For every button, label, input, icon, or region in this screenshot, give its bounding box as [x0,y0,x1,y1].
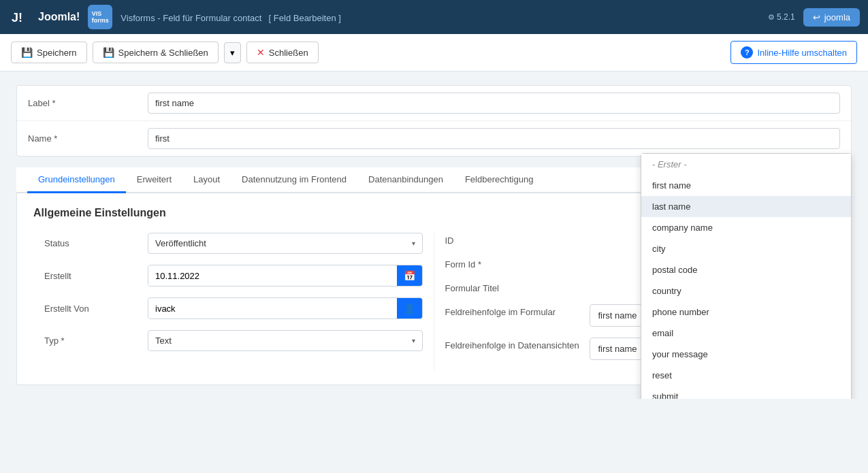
feldreihenfolge-daten-label: Feldreihenfolge in Datenansichten [445,338,581,350]
name-row: Name * [17,121,851,156]
navbar: J! Joomla! VISforms Visforms - Feld für … [0,0,868,34]
formular-titel-label: Formular Titel [445,280,581,293]
joomla-logo-area: J! Joomla! [8,4,80,30]
save-dropdown-arrow[interactable]: ▾ [224,42,241,63]
label-input[interactable] [148,93,840,114]
dropdown-item-phone-number[interactable]: phone number [641,301,851,323]
save-icon: 💾 [21,47,33,58]
tab-datenanbindungen[interactable]: Datenanbindungen [357,167,454,193]
svg-text:J!: J! [12,11,22,25]
dropdown-item-your-message[interactable]: your message [641,344,851,365]
tab-erweitert[interactable]: Erweitert [126,167,182,193]
dropdown-item-submit[interactable]: submit [641,386,851,399]
typ-field: Typ * Text ▾ [44,330,423,351]
erstellt-input-group: 📅 [148,265,423,287]
help-icon: ? [741,46,753,59]
settings-left-col: Status Veröffentlicht ▾ Erstellt [33,233,434,371]
calendar-icon[interactable]: 📅 [397,265,422,286]
tab-datennutzung[interactable]: Datennutzung im Frontend [231,167,357,193]
close-button[interactable]: ✕ Schließen [246,42,319,63]
dropdown-popup: - Erster - first name last name company … [641,153,852,399]
close-icon: ✕ [257,47,265,58]
dropdown-item-reset[interactable]: reset [641,365,851,386]
erstellt-value: 📅 [148,265,423,287]
version-label: ⚙ 5.2.1 [768,12,795,22]
id-label: ID [445,233,581,246]
toolbar: 💾 Speichern 💾 Speichern & Schließen ▾ ✕ … [0,34,868,71]
page-title: Visforms - Feld für Formular contact [ F… [120,12,759,23]
help-button[interactable]: ? Inline-Hilfe umschalten [730,41,857,64]
typ-select-text: Text [155,336,409,346]
user-icon: ↩ [813,12,820,22]
dropdown-item-postal-code[interactable]: postal code [641,259,851,280]
dropdown-item-city[interactable]: city [641,238,851,259]
tab-feldberechtigung[interactable]: Feldberechtigung [454,167,544,193]
status-label: Status [44,238,140,248]
typ-value: Text ▾ [148,330,423,351]
joomla-wordmark: Joomla! [38,11,80,23]
erstellt-von-value: 👤 [148,297,423,319]
label-field-label: Label * [28,98,137,108]
dropdown-item-first-name[interactable]: first name [641,175,851,196]
erstellt-von-label: Erstellt Von [44,304,140,314]
status-select[interactable]: Veröffentlicht ▾ [148,233,423,254]
erstellt-label: Erstellt [44,271,140,281]
form-id-label: Form Id * [445,257,581,270]
user-button[interactable]: ↩ joomla [803,8,860,27]
user-select-icon[interactable]: 👤 [397,298,422,319]
status-chevron-icon: ▾ [412,240,415,247]
tab-grundeinstellungen[interactable]: Grundeinstellungen [27,167,126,193]
form-header: Label * Name * [16,85,852,157]
navbar-right: ⚙ 5.2.1 ↩ joomla [768,8,860,27]
name-input[interactable] [148,128,840,149]
feldreihenfolge-label: Feldreihenfolge im Formular [445,304,581,317]
dropdown-item-company-name[interactable]: company name [641,217,851,238]
dropdown-item-last-name[interactable]: last name [641,196,851,217]
erstellt-von-input[interactable] [148,299,397,319]
joomla-logo-icon: J! [8,4,34,30]
label-row: Label * [17,86,851,121]
app-badge: VISforms [88,5,112,29]
typ-chevron-icon: ▾ [412,337,415,344]
erstellt-von-input-group: 👤 [148,297,423,319]
main-content: Label * Name * Grundeinstellungen Erweit… [0,71,868,399]
status-field: Status Veröffentlicht ▾ [44,233,423,254]
tab-layout[interactable]: Layout [182,167,231,193]
name-field-label: Name * [28,133,137,144]
erstellt-field: Erstellt 📅 [44,265,423,287]
status-value: Veröffentlicht ▾ [148,233,423,254]
erstellt-von-field: Erstellt Von 👤 [44,297,423,319]
save-close-icon: 💾 [103,47,114,58]
save-close-button[interactable]: 💾 Speichern & Schließen [93,42,219,63]
erstellt-input[interactable] [148,266,397,286]
save-button[interactable]: 💾 Speichern [11,42,87,63]
dropdown-item-country[interactable]: country [641,280,851,301]
typ-select[interactable]: Text ▾ [148,330,423,351]
dropdown-item-erster: - Erster - [641,154,851,175]
dropdown-item-email[interactable]: email [641,323,851,344]
typ-label: Typ * [44,336,140,346]
status-select-text: Veröffentlicht [155,238,409,248]
